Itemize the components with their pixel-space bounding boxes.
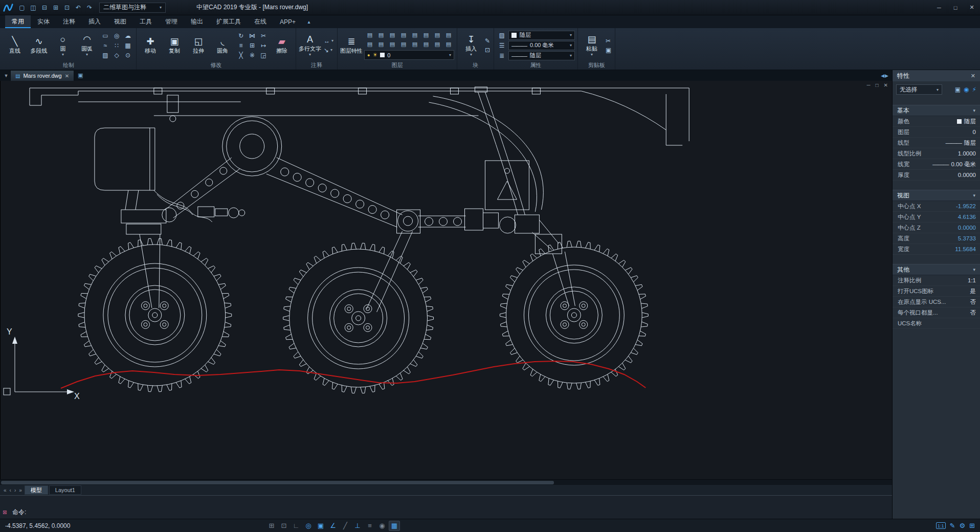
property-list-icon[interactable]: ☰: [497, 41, 507, 50]
quick-calc-icon[interactable]: ⚡: [972, 86, 976, 93]
tab-online[interactable]: 在线: [248, 15, 273, 28]
tab-express[interactable]: 扩展工具: [210, 15, 248, 28]
lineweight-select[interactable]: ———0.00 毫米▾: [508, 41, 575, 50]
line-button[interactable]: ╲直线: [4, 29, 26, 61]
doc-minimize-button[interactable]: ─: [866, 82, 870, 88]
layer-state-7-icon[interactable]: ▤: [432, 30, 443, 39]
polygon-icon[interactable]: ◇: [111, 50, 122, 60]
dimension-button[interactable]: ↔▾: [323, 37, 335, 45]
layer-state-11-icon[interactable]: ▤: [387, 39, 398, 49]
extend-icon[interactable]: ↦: [258, 40, 269, 50]
tab-app-plus[interactable]: APP+: [273, 15, 302, 28]
annotation-scale-icon[interactable]: 1:1: [936, 522, 946, 529]
layer-select-dropdown[interactable]: ●☀0▾: [364, 50, 454, 60]
minimize-button[interactable]: ─: [931, 0, 947, 15]
trim-icon[interactable]: ✂: [258, 31, 269, 40]
tab-output[interactable]: 输出: [184, 15, 210, 28]
layer-properties-button[interactable]: ≣图层特性: [340, 29, 363, 61]
fillet-button[interactable]: ◟圆角: [211, 29, 234, 61]
property-row[interactable]: 线宽———0.00 毫米: [893, 159, 980, 170]
erase-button[interactable]: ▰擦除: [271, 29, 293, 61]
command-window[interactable]: ⊠ 命令:: [0, 495, 892, 519]
property-row[interactable]: 厚度0.0000: [893, 170, 980, 181]
close-icon[interactable]: ✕: [971, 73, 975, 79]
layer-state-3-icon[interactable]: ▤: [387, 30, 398, 39]
document-tab[interactable]: ▤ Mars rover.dwg ✕: [10, 70, 74, 81]
property-row[interactable]: 颜色随层: [893, 116, 980, 127]
color-select[interactable]: 随层▾: [508, 31, 575, 40]
explode-icon[interactable]: ※: [247, 50, 258, 60]
layer-state-15-icon[interactable]: ▤: [432, 39, 443, 49]
move-button[interactable]: ✚移动: [139, 29, 162, 61]
property-row[interactable]: 图层0: [893, 127, 980, 138]
paste-button[interactable]: ▤粘贴▾: [581, 29, 603, 61]
selection-dropdown[interactable]: 无选择 ▾: [896, 84, 942, 95]
property-row[interactable]: 中心点 X-1.9522: [893, 201, 980, 212]
new-file-icon[interactable]: ▢: [16, 3, 28, 13]
linetype-select[interactable]: ———随层▾: [508, 51, 575, 60]
toggle-value-icon[interactable]: ▣: [955, 86, 961, 93]
copy-button[interactable]: ▣复制: [163, 29, 186, 61]
leader-button[interactable]: ↘▾: [323, 47, 335, 54]
ribbon-collapse-icon[interactable]: ▴: [302, 15, 316, 28]
close-icon[interactable]: ✕: [65, 73, 69, 79]
scale-icon[interactable]: ◲: [258, 50, 269, 60]
layer-state-6-icon[interactable]: ▤: [420, 30, 432, 39]
redo-icon[interactable]: ↷: [84, 3, 95, 13]
property-row[interactable]: 中心点 Y4.6136: [893, 212, 980, 223]
property-row[interactable]: 注释比例1:1: [893, 275, 980, 286]
cut-button[interactable]: ✂: [605, 37, 612, 45]
layout-nav-arrow-0[interactable]: «: [2, 487, 8, 493]
rectangle-icon[interactable]: ▭: [100, 31, 111, 40]
tab-annotate[interactable]: 注释: [56, 15, 82, 28]
layout-nav-arrow-1[interactable]: ‹: [8, 487, 13, 493]
copy-clip-button[interactable]: ▣: [605, 47, 612, 54]
tab-layout1[interactable]: Layout1: [49, 485, 81, 495]
hatch-icon[interactable]: ▦: [122, 40, 133, 50]
polar-toggle[interactable]: ◎: [303, 521, 314, 531]
donut-icon[interactable]: ⊙: [122, 50, 133, 60]
property-row[interactable]: 线型比例1.0000: [893, 148, 980, 159]
chevron-down-icon[interactable]: ▼: [2, 73, 10, 78]
property-row[interactable]: 中心点 Z0.0000: [893, 223, 980, 233]
layer-state-10-icon[interactable]: ▤: [375, 39, 387, 49]
layer-state-4-icon[interactable]: ▤: [398, 30, 409, 39]
command-close-icon[interactable]: ⊠: [3, 509, 7, 515]
open-file-icon[interactable]: ◫: [28, 3, 39, 13]
annotation-visibility-icon[interactable]: ✎: [950, 522, 955, 529]
layer-state-5-icon[interactable]: ▤: [409, 30, 420, 39]
offset-icon[interactable]: ≡: [235, 40, 247, 50]
break-icon[interactable]: ╳: [235, 50, 247, 60]
insert-block-button[interactable]: ↧插入▾: [460, 29, 482, 61]
new-document-tab-button[interactable]: ▣: [78, 72, 83, 79]
quick-select-icon[interactable]: ◉: [964, 86, 969, 93]
close-button[interactable]: ✕: [964, 0, 980, 15]
save-icon[interactable]: ⊟: [39, 3, 50, 13]
layer-state-1-icon[interactable]: ▤: [364, 30, 375, 39]
ortho-toggle[interactable]: ∟: [291, 521, 302, 531]
transparency-toggle[interactable]: ◉: [376, 521, 388, 531]
grid-toggle[interactable]: ⊞: [266, 521, 277, 531]
stretch-button[interactable]: ◱拉伸: [187, 29, 210, 61]
section-header-basic[interactable]: 基本▾: [893, 105, 980, 116]
tab-home[interactable]: 常用: [5, 15, 31, 28]
doc-restore-button[interactable]: □: [876, 82, 879, 88]
property-row[interactable]: UCS名称: [893, 318, 980, 329]
spline-icon[interactable]: ≈: [100, 40, 111, 50]
property-row[interactable]: 宽度11.5684: [893, 244, 980, 255]
tab-insert[interactable]: 插入: [82, 15, 107, 28]
tab-model[interactable]: 模型: [25, 485, 48, 495]
lineweight-toggle[interactable]: ≡: [364, 521, 375, 531]
layout-nav-arrow-3[interactable]: »: [17, 487, 24, 493]
tab-tools[interactable]: 工具: [133, 15, 159, 28]
ellipse-icon[interactable]: ◎: [111, 31, 122, 40]
layer-state-13-icon[interactable]: ▤: [409, 39, 420, 49]
mtext-button[interactable]: A多行文字▾: [299, 29, 321, 61]
layer-state-12-icon[interactable]: ▤: [398, 39, 409, 49]
dyn-toggle[interactable]: ⊥: [352, 521, 363, 531]
gradient-icon[interactable]: ▨: [100, 50, 111, 60]
workspace-select[interactable]: 二维草图与注释 ▾: [99, 3, 166, 13]
block-edit-button[interactable]: ✎: [484, 37, 491, 45]
doc-close-button[interactable]: ✕: [884, 82, 888, 88]
property-row[interactable]: 高度5.3733: [893, 233, 980, 244]
